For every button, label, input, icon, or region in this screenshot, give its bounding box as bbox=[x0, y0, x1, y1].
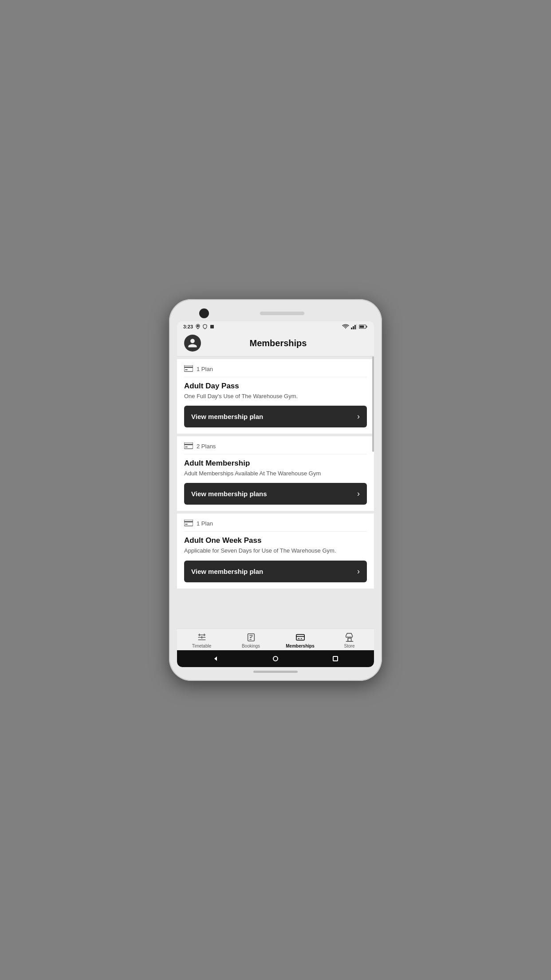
membership-card-adult-day-pass: 1 Plan Adult Day Pass One Full Day's Use… bbox=[177, 359, 374, 434]
nav-label-store: Store bbox=[344, 644, 355, 648]
timetable-icon bbox=[197, 632, 207, 642]
chevron-right-icon-1: › bbox=[357, 412, 360, 421]
phone-speaker bbox=[260, 312, 304, 315]
svg-rect-8 bbox=[360, 326, 364, 328]
scroll-indicator bbox=[372, 356, 374, 452]
plan-count-row-2: 2 Plans bbox=[184, 443, 367, 454]
svg-point-35 bbox=[273, 656, 278, 661]
svg-rect-9 bbox=[184, 365, 193, 371]
card-icon-3 bbox=[184, 520, 193, 527]
svg-rect-27 bbox=[296, 635, 304, 640]
home-button[interactable] bbox=[272, 655, 279, 663]
home-bar bbox=[253, 671, 298, 673]
phone-notch bbox=[177, 307, 374, 320]
card-title-3: Adult One Week Pass bbox=[184, 536, 367, 545]
card-title-2: Adult Membership bbox=[184, 459, 367, 468]
membership-card-adult-week-pass: 1 Plan Adult One Week Pass Applicable fo… bbox=[177, 514, 374, 588]
card-description-1: One Full Day's Use of The Warehouse Gym. bbox=[184, 392, 367, 400]
plan-count-3: 1 Plan bbox=[197, 520, 213, 527]
bottom-nav: Timetable Bookings bbox=[177, 628, 374, 650]
svg-rect-10 bbox=[184, 367, 193, 368]
nav-item-memberships[interactable]: Memberships bbox=[276, 632, 325, 648]
battery-icon bbox=[359, 324, 368, 329]
home-icon bbox=[272, 656, 279, 662]
chevron-right-icon-3: › bbox=[357, 567, 360, 576]
page-title: Memberships bbox=[206, 338, 350, 348]
back-button[interactable] bbox=[212, 655, 220, 663]
nav-item-store[interactable]: Store bbox=[325, 632, 374, 648]
svg-rect-3 bbox=[353, 326, 354, 329]
card-icon bbox=[184, 365, 193, 372]
location-icon bbox=[196, 324, 200, 329]
phone-screen: 3:23 bbox=[177, 321, 374, 667]
status-bar: 3:23 bbox=[177, 321, 374, 331]
svg-rect-17 bbox=[185, 524, 188, 525]
store-icon bbox=[345, 632, 354, 642]
svg-rect-15 bbox=[184, 520, 193, 526]
nav-label-timetable: Timetable bbox=[192, 644, 212, 648]
phone-bottom-indicator bbox=[177, 671, 374, 673]
notification-icon bbox=[210, 324, 214, 329]
status-left: 3:23 bbox=[183, 324, 214, 329]
svg-rect-13 bbox=[184, 444, 193, 445]
bookings-icon bbox=[246, 632, 256, 642]
svg-rect-2 bbox=[351, 328, 352, 329]
status-time: 3:23 bbox=[183, 324, 193, 329]
svg-rect-36 bbox=[333, 656, 338, 661]
plan-count-1: 1 Plan bbox=[197, 366, 213, 372]
card-icon-2 bbox=[184, 443, 193, 450]
view-membership-plan-button-1[interactable]: View membership plan › bbox=[184, 406, 367, 427]
svg-rect-4 bbox=[354, 325, 356, 329]
svg-rect-1 bbox=[210, 325, 214, 328]
svg-rect-31 bbox=[348, 638, 351, 641]
plan-count-row-3: 1 Plan bbox=[184, 520, 367, 532]
shield-icon bbox=[203, 324, 207, 329]
svg-rect-7 bbox=[366, 326, 367, 328]
card-description-3: Applicable for Seven Days for Use of The… bbox=[184, 547, 367, 555]
android-nav-bar bbox=[177, 650, 374, 667]
chevron-right-icon-2: › bbox=[357, 489, 360, 498]
svg-rect-11 bbox=[185, 369, 188, 370]
phone-device: 3:23 bbox=[169, 299, 382, 681]
nav-item-bookings[interactable]: Bookings bbox=[226, 632, 276, 648]
plan-count-row: 1 Plan bbox=[184, 365, 367, 377]
view-btn-label-3: View membership plan bbox=[191, 568, 263, 575]
recents-icon bbox=[332, 656, 338, 662]
membership-card-adult-membership: 2 Plans Adult Membership Adult Membershi… bbox=[177, 436, 374, 511]
membership-list[interactable]: 1 Plan Adult Day Pass One Full Day's Use… bbox=[177, 356, 374, 628]
svg-point-0 bbox=[197, 325, 199, 327]
phone-camera bbox=[199, 308, 209, 318]
wifi-icon bbox=[342, 324, 349, 329]
memberships-icon bbox=[295, 632, 305, 642]
svg-marker-34 bbox=[214, 656, 217, 661]
svg-rect-5 bbox=[356, 324, 357, 329]
svg-rect-14 bbox=[185, 447, 188, 447]
user-icon bbox=[187, 338, 198, 348]
plan-count-2: 2 Plans bbox=[197, 443, 216, 450]
app-header: Memberships bbox=[177, 331, 374, 356]
card-description-2: Adult Memberships Available At The Wareh… bbox=[184, 470, 367, 478]
signal-icon bbox=[351, 324, 357, 329]
view-membership-plans-button-2[interactable]: View membership plans › bbox=[184, 483, 367, 505]
svg-rect-16 bbox=[184, 521, 193, 522]
nav-label-bookings: Bookings bbox=[242, 644, 260, 648]
view-btn-label-2: View membership plans bbox=[191, 490, 267, 498]
status-right bbox=[342, 324, 368, 329]
avatar[interactable] bbox=[184, 335, 201, 352]
view-membership-plan-button-3[interactable]: View membership plan › bbox=[184, 561, 367, 582]
svg-rect-12 bbox=[184, 443, 193, 449]
view-btn-label-1: View membership plan bbox=[191, 413, 263, 420]
nav-item-timetable[interactable]: Timetable bbox=[177, 632, 226, 648]
card-title-1: Adult Day Pass bbox=[184, 382, 367, 391]
recents-button[interactable] bbox=[331, 655, 339, 663]
back-icon bbox=[213, 656, 219, 662]
nav-label-memberships: Memberships bbox=[286, 644, 314, 648]
